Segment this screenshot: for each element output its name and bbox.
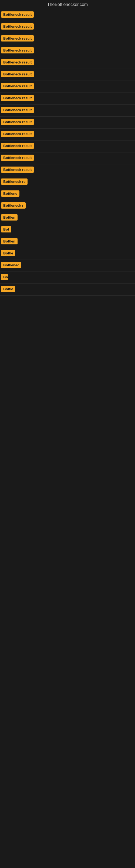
list-item[interactable]: Bottleneck result — [0, 69, 135, 81]
bottleneck-result-badge[interactable]: Bottleneck result — [1, 59, 34, 65]
list-item[interactable]: Bottleneck result — [0, 117, 135, 129]
list-item[interactable]: Bo — [0, 272, 135, 284]
bottleneck-result-badge[interactable]: Bottleneck r — [1, 203, 26, 209]
list-item[interactable]: Bottlenec — [0, 260, 135, 272]
list-item[interactable]: Bottleneck re — [0, 176, 135, 188]
bottleneck-result-badge[interactable]: Bot — [1, 226, 11, 232]
list-item[interactable]: Bottleneck result — [0, 57, 135, 69]
bottleneck-result-badge[interactable]: Bottleneck result — [1, 166, 34, 173]
list-item[interactable]: Bottleneck result — [0, 45, 135, 57]
bottleneck-result-badge[interactable]: Bottleneck result — [1, 11, 34, 18]
list-item[interactable]: Bottleneck result — [0, 9, 135, 21]
bottleneck-result-badge[interactable]: Bottleneck result — [1, 119, 34, 125]
list-item[interactable]: Bottleneck r — [0, 200, 135, 212]
list-item[interactable]: Bottlen — [0, 236, 135, 248]
list-item[interactable]: Bottleneck result — [0, 81, 135, 93]
bottleneck-result-badge[interactable]: Bottle — [1, 286, 15, 292]
list-item[interactable]: Bottle — [0, 248, 135, 260]
bottleneck-result-badge[interactable]: Bottleneck result — [1, 131, 34, 137]
bottleneck-result-badge[interactable]: Bottleneck result — [1, 107, 34, 113]
site-title-bar: TheBottlenecker.com — [0, 0, 135, 9]
bottleneck-result-badge[interactable]: Bottlen — [1, 214, 17, 220]
rows-container: Bottleneck resultBottleneck resultBottle… — [0, 9, 135, 296]
bottleneck-result-badge[interactable]: Bottleneck result — [1, 83, 34, 89]
list-item[interactable]: Bottleneck result — [0, 33, 135, 45]
list-item[interactable]: Bottleneck result — [0, 21, 135, 33]
bottleneck-result-badge[interactable]: Bottlene — [1, 190, 19, 197]
list-item[interactable]: Bottleneck result — [0, 152, 135, 164]
list-item[interactable]: Bottleneck result — [0, 93, 135, 105]
bottleneck-result-badge[interactable]: Bottleneck result — [1, 35, 34, 41]
bottleneck-result-badge[interactable]: Bottlen — [1, 238, 17, 244]
bottleneck-result-badge[interactable]: Bottleneck result — [1, 47, 34, 54]
site-title: TheBottlenecker.com — [0, 0, 135, 9]
list-item[interactable]: Bottle — [0, 284, 135, 296]
bottleneck-result-badge[interactable]: Bottleneck result — [1, 143, 34, 149]
bottleneck-result-badge[interactable]: Bottlenec — [1, 262, 21, 268]
bottleneck-result-badge[interactable]: Bottleneck result — [1, 71, 34, 77]
list-item[interactable]: Bottlen — [0, 212, 135, 224]
bottleneck-result-badge[interactable]: Bottleneck re — [1, 179, 28, 185]
bottleneck-result-badge[interactable]: Bo — [1, 274, 8, 280]
bottleneck-result-badge[interactable]: Bottleneck result — [1, 155, 34, 161]
bottleneck-result-badge[interactable]: Bottleneck result — [1, 95, 34, 101]
bottleneck-result-badge[interactable]: Bottleneck result — [1, 23, 34, 30]
list-item[interactable]: Bottleneck result — [0, 129, 135, 141]
list-item[interactable]: Bot — [0, 224, 135, 236]
bottleneck-result-badge[interactable]: Bottle — [1, 250, 15, 256]
list-item[interactable]: Bottlene — [0, 188, 135, 200]
list-item[interactable]: Bottleneck result — [0, 141, 135, 152]
list-item[interactable]: Bottleneck result — [0, 105, 135, 117]
list-item[interactable]: Bottleneck result — [0, 164, 135, 176]
